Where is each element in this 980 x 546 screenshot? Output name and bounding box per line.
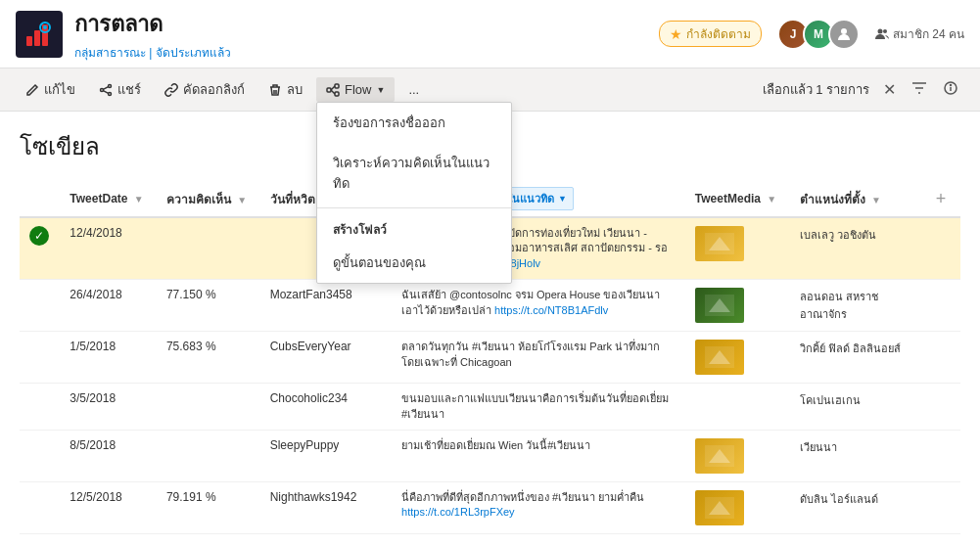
filter-button[interactable]	[906, 76, 933, 104]
tweet-media-thumbnail[interactable]	[695, 288, 744, 323]
row-sentiment: 79.191 %	[157, 481, 260, 533]
row-add-cell	[921, 430, 960, 481]
app-title: การตลาด	[74, 7, 659, 41]
flow-menu-item-2[interactable]: วิเคราะห์ความคิดเห็นในแนวทิด	[317, 143, 511, 204]
row-content: ขนมอบและกาแฟแบบเวียนนาคือการเริ่มต้นวันท…	[392, 384, 685, 431]
row-check-cell[interactable]	[20, 430, 60, 481]
svg-rect-13	[327, 88, 331, 92]
svg-rect-0	[26, 36, 32, 46]
table-row: 26/4/201877.150 %MozartFan3458ฉันเสสัย้า…	[20, 280, 960, 332]
svg-point-5	[841, 28, 847, 34]
flow-button[interactable]: Flow ▼	[316, 77, 395, 102]
star-icon: ★	[670, 26, 682, 42]
row-date: 8/5/2018	[60, 430, 157, 481]
toolbar: แก้ไข แชร์ คัดลอกลิงก์ ลบ Flow ▼ ร้องขอก…	[0, 68, 980, 112]
tweet-media-thumbnail[interactable]	[695, 490, 744, 525]
published-label[interactable]: จัดประเภทแล้ว	[156, 46, 231, 60]
row-date: 3/5/2018	[60, 384, 157, 431]
group-label[interactable]: กลุ่มสาธารณะ	[74, 46, 146, 60]
svg-line-11	[103, 90, 108, 93]
tweet-media-thumbnail[interactable]	[695, 340, 744, 375]
row-media	[685, 217, 790, 280]
member-count-text: สมาชิก 24 คน	[893, 24, 964, 43]
col-header-location[interactable]: ตำแหน่งที่ตั้ง ▼	[790, 181, 921, 217]
row-handle: CubsEveryYear	[260, 332, 392, 384]
table-row: 8/5/2018SleepyPuppyยามเช้าที่ยอดเยี่ยมณ …	[20, 430, 960, 481]
flow-dropdown-container: Flow ▼ ร้องขอการลงชื่อออก วิเคราะห์ความค…	[316, 77, 395, 102]
delete-label: ลบ	[287, 79, 303, 100]
copy-link-button[interactable]: คัดลอกลิงก์	[155, 74, 255, 105]
row-date: 12/4/2018	[60, 217, 157, 280]
row-content: ฉันเสสัย้า @contosolnc จรม Opera House ข…	[392, 280, 685, 332]
row-media	[685, 430, 790, 481]
row-location: โคเปนเฮเกน	[790, 384, 921, 431]
following-badge[interactable]: ★ กำลังติดตาม	[659, 21, 762, 47]
clear-selection-button[interactable]: ✕	[877, 78, 902, 101]
more-label: ...	[408, 82, 419, 97]
sort-arrow-media: ▼	[767, 194, 776, 205]
row-check-cell[interactable]	[20, 332, 60, 384]
col-header-date[interactable]: TweetDate ▼	[60, 181, 157, 217]
row-handle: SleepyPuppy	[260, 430, 392, 481]
row-media	[685, 280, 790, 332]
row-media	[685, 384, 790, 431]
row-add-cell	[921, 332, 960, 384]
svg-line-16	[331, 86, 335, 90]
flow-menu-divider	[317, 207, 511, 208]
row-content: ตลาดวันทุกวัน #เวียนนา ห้อยโก๋โรงแรม Par…	[392, 332, 685, 384]
more-button[interactable]: ...	[398, 77, 429, 102]
selection-info: เลือกแล้ว 1 รายการ ✕	[763, 78, 902, 101]
row-sentiment	[157, 430, 260, 481]
col-header-add[interactable]: +	[921, 181, 960, 217]
tweet-media-thumbnail[interactable]	[695, 226, 744, 261]
sort-arrow-location: ▼	[871, 195, 881, 205]
row-content: นี่คือภาพที่ดีที่สุดอีกภาพหนึ่งของ #เวีย…	[392, 481, 685, 533]
copy-link-label: คัดลอกลิงก์	[183, 79, 245, 100]
row-location: เวียนนา	[790, 430, 921, 481]
flow-chevron-icon: ▼	[376, 85, 385, 95]
svg-point-9	[109, 92, 112, 95]
edit-button[interactable]: แก้ไข	[16, 74, 85, 105]
row-handle: Nighthawks1942	[260, 481, 392, 533]
row-check-cell[interactable]	[20, 280, 60, 332]
row-sentiment: 75.683 %	[157, 332, 260, 384]
share-button[interactable]: แชร์	[89, 74, 151, 105]
svg-point-10	[101, 88, 104, 91]
member-count: สมาชิก 24 คน	[875, 24, 964, 43]
svg-rect-14	[335, 84, 339, 88]
row-sentiment	[157, 384, 260, 431]
row-date: 1/5/2018	[60, 332, 157, 384]
tweet-link[interactable]: https://t.co/1RL3rpFXey	[401, 506, 515, 518]
sort-arrow-sentiment: ▼	[237, 195, 247, 205]
row-content: ยามเช้าที่ยอดเยี่ยมณ Wien วันนี้#เวียนนา	[392, 430, 685, 481]
delete-button[interactable]: ลบ	[258, 74, 312, 105]
row-check-cell[interactable]	[20, 481, 60, 533]
row-check-cell[interactable]	[20, 384, 60, 431]
app-subtitle: กลุ่มสาธารณะ | จัดประเภทแล้ว	[74, 43, 659, 62]
svg-rect-1	[34, 30, 40, 46]
row-add-cell	[921, 280, 960, 332]
row-location: ลอนดอน สหราชอาณาจักร	[790, 280, 921, 332]
following-label: กำลังติดตาม	[686, 24, 751, 43]
flow-menu-item-3[interactable]: ดูขั้นตอนของคุณ	[317, 243, 511, 283]
app-logo	[16, 11, 63, 58]
row-media	[685, 332, 790, 384]
row-sentiment	[157, 217, 260, 280]
share-label: แชร์	[117, 79, 141, 100]
flow-menu-item-1[interactable]: ร้องขอการลงชื่อออก	[317, 103, 511, 143]
tweet-media-thumbnail[interactable]	[695, 438, 744, 474]
flow-label: Flow	[345, 82, 371, 97]
avatar-group: J M	[777, 19, 860, 50]
col-header-check	[20, 181, 60, 217]
app-title-block: การตลาด กลุ่มสาธารณะ | จัดประเภทแล้ว	[74, 7, 659, 62]
row-location: เบลเลวู วอชิงตัน	[790, 217, 921, 280]
svg-point-20	[951, 84, 952, 85]
info-button[interactable]	[937, 76, 964, 104]
col-header-sentiment[interactable]: ความคิดเห็น ▼	[157, 181, 260, 217]
svg-point-8	[109, 84, 112, 87]
row-check-cell[interactable]: ✓	[20, 217, 60, 280]
tweet-link[interactable]: https://t.co/NT8B1AFdlv	[494, 304, 608, 316]
avatar-3[interactable]	[828, 19, 860, 50]
add-column-button[interactable]: +	[932, 189, 951, 209]
col-header-media[interactable]: TweetMedia ▼	[685, 181, 790, 217]
